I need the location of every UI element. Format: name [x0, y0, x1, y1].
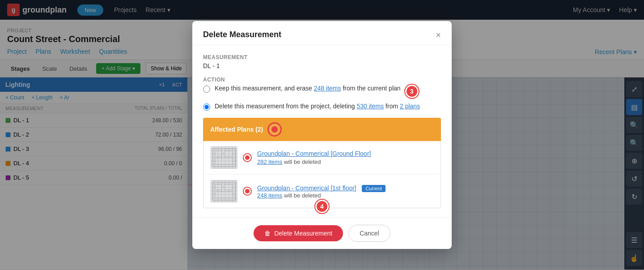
radio-option-1: Keep this measurement, and erase 248 ite… [203, 85, 441, 98]
delete-measurement-button[interactable]: 🗑 Delete Measurement [254, 225, 343, 241]
modal-footer: 4 🗑 Delete Measurement Cancel [192, 217, 452, 249]
plan-radio-1-inner [245, 155, 250, 160]
modal-overlay: Delete Measurement × Measurement DL - 1 … [0, 0, 644, 270]
svg-rect-22 [224, 151, 233, 156]
plan-thumb-svg-2 [211, 180, 237, 202]
svg-rect-21 [215, 151, 222, 156]
plan-thumb-svg-1 [211, 146, 237, 169]
modal-close-button[interactable]: × [436, 30, 441, 39]
plan-info-2: Groundplan - Commerical [1st floor] Curr… [257, 184, 433, 199]
plan-delete-link-2[interactable]: 248 items [257, 192, 282, 199]
svg-rect-25 [215, 184, 222, 190]
annotation-circle-outline [267, 122, 282, 137]
plan-thumbnail-1 [211, 146, 237, 169]
delete-plans-link[interactable]: 2 plans [400, 103, 420, 110]
measurement-value: DL - 1 [203, 62, 441, 69]
svg-rect-26 [224, 184, 233, 190]
action-label: Action [203, 77, 441, 83]
affected-plans-body: Groundplan - Commerical [Ground Floor] 2… [203, 141, 441, 208]
plan-delete-link-1[interactable]: 282 items [257, 159, 282, 165]
radio-keep[interactable] [203, 86, 210, 93]
modal-header: Delete Measurement × [192, 21, 452, 45]
annotation-4: 4 [315, 200, 329, 213]
plan-radio-1[interactable] [243, 153, 252, 162]
trash-icon: 🗑 [264, 230, 271, 237]
cancel-button[interactable]: Cancel [348, 225, 390, 242]
radio-keep-text: Keep this measurement, and erase 248 ite… [215, 85, 401, 92]
plan-name-1[interactable]: Groundplan - Commerical [Ground Floor] [257, 150, 433, 157]
plan-radio-2-inner [245, 189, 250, 193]
plan-info-1: Groundplan - Commerical [Ground Floor] 2… [257, 150, 433, 165]
annotation-circle-inner [271, 126, 278, 133]
plan-item-1: Groundplan - Commerical [Ground Floor] 2… [203, 141, 441, 175]
annotation-3: 3 [405, 85, 419, 98]
delete-items-link[interactable]: 530 items [357, 103, 384, 110]
svg-rect-23 [215, 158, 233, 164]
delete-measurement-modal: Delete Measurement × Measurement DL - 1 … [192, 21, 452, 249]
plan-delete-text-1: 282 items will be deleted [257, 159, 433, 165]
radio-delete-text: Delete this measurement from the project… [215, 103, 420, 110]
keep-items-link[interactable]: 248 items [314, 85, 341, 92]
radio-option-2: Delete this measurement from the project… [203, 103, 441, 111]
svg-rect-24 [213, 182, 235, 200]
affected-plans-title: Affected Plans (2) [210, 126, 263, 133]
plan-thumbnail-2 [211, 180, 237, 202]
current-badge: Current [362, 185, 386, 192]
measurement-label: Measurement [203, 54, 441, 60]
affected-plans-header: Affected Plans (2) [203, 118, 441, 141]
modal-title: Delete Measurement [203, 30, 281, 39]
modal-body: Measurement DL - 1 Action Keep this meas… [192, 45, 452, 217]
radio-delete[interactable] [203, 103, 210, 111]
plan-radio-2[interactable] [243, 187, 252, 196]
affected-plans-container: Affected Plans (2) [203, 118, 441, 208]
svg-rect-27 [215, 192, 233, 198]
action-section: Keep this measurement, and erase 248 ite… [203, 85, 441, 111]
plan-delete-text-2: 248 items will be deleted [257, 192, 433, 199]
svg-rect-20 [213, 149, 235, 167]
plan-name-2[interactable]: Groundplan - Commerical [1st floor] [257, 184, 356, 192]
